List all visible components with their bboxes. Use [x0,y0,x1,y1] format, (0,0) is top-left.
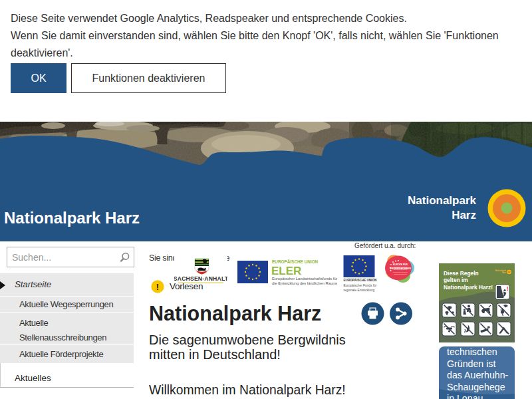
svg-text:Diese Regeln: Diese Regeln [444,270,479,277]
svg-text:die Entwicklung des ländlichen: die Entwicklung des ländlichen Raums [272,281,337,285]
svg-text:Harz: Harz [502,271,506,274]
svg-text:!: ! [156,282,159,292]
svg-text:!: ! [507,285,509,292]
svg-text:gelten im: gelten im [444,277,468,283]
svg-text:EUROPÄISCHE UNION: EUROPÄISCHE UNION [344,278,377,282]
svg-text:NIEDERSACHSEN: NIEDERSACHSEN [390,267,411,270]
svg-text:Landesprogramm: Landesprogramm [394,273,407,275]
svg-text:Nationalpark Harz!: Nationalpark Harz! [444,284,493,291]
svg-text:Nationalpark: Nationalpark [495,269,507,272]
svg-text:Europäischer Landwirtschaftsfo: Europäischer Landwirtschaftsfonds für [272,277,337,281]
svg-text:EUROPÄISCHE UNION: EUROPÄISCHE UNION [272,259,319,264]
svg-text:Europäischer Fonds für: Europäischer Fonds für [344,284,377,287]
svg-text:regionale Entwicklung: regionale Entwicklung [344,289,375,292]
svg-text:EUROPA FÜR: EUROPA FÜR [393,263,408,266]
svg-text:ELER: ELER [271,265,301,277]
